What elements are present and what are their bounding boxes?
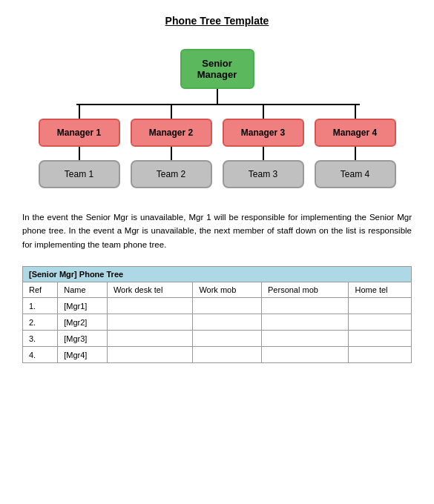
row3-work-mob [193,331,262,347]
description-text: In the event the Senior Mgr is unavailab… [22,210,412,251]
manager-4-column: Manager 4 Team 4 [315,105,396,188]
team-drop-1 [79,147,80,160]
table-title: [Senior Mgr] Phone Tree [23,267,412,282]
table-row: 4. [Mgr4] [23,347,412,363]
horizontal-connector [54,104,381,105]
row1-work-mob [193,298,262,314]
row4-name: [Mgr4] [58,347,108,363]
row1-personal-mob [262,298,349,314]
col-name: Name [58,282,108,298]
manager-2-node: Manager 2 [131,119,212,147]
row4-ref: 4. [23,347,58,363]
drop-line-4 [355,105,356,119]
row4-work-mob [193,347,262,363]
row1-name: [Mgr1] [58,298,108,314]
row3-home-tel [349,331,412,347]
row1-ref: 1. [23,298,58,314]
team-drop-2 [171,147,172,160]
row4-work-desk [107,347,192,363]
team-3-node: Team 3 [223,160,304,188]
row2-work-mob [193,314,262,331]
phone-tree-table: [Senior Mgr] Phone Tree Ref Name Work de… [22,266,412,363]
drop-line-1 [79,105,80,119]
connector-line [217,89,218,104]
table-header-row: [Senior Mgr] Phone Tree [23,267,412,282]
row2-home-tel [349,314,412,331]
col-personal-mob: Personal mob [262,282,349,298]
senior-manager-node: Senior Manager [180,49,254,89]
team-drop-4 [355,147,356,160]
manager-1-node: Manager 1 [39,119,120,147]
table-row: 2. [Mgr2] [23,314,412,331]
page-title: Phone Tree Template [22,15,412,27]
team-1-node: Team 1 [39,160,120,188]
team-drop-3 [263,147,264,160]
drop-line-2 [171,105,172,119]
manager-1-column: Manager 1 Team 1 [39,105,120,188]
manager-2-column: Manager 2 Team 2 [131,105,212,188]
manager-3-node: Manager 3 [223,119,304,147]
table-column-headers: Ref Name Work desk tel Work mob Personal… [23,282,412,298]
row2-personal-mob [262,314,349,331]
row1-work-desk [107,298,192,314]
manager-3-column: Manager 3 Team 3 [223,105,304,188]
row4-home-tel [349,347,412,363]
table-row: 3. [Mgr3] [23,331,412,347]
row4-personal-mob [262,347,349,363]
team-4-node: Team 4 [315,160,396,188]
drop-line-3 [263,105,264,119]
org-chart: Senior Manager Manager 1 Team 1 Manager … [22,49,412,188]
managers-row: Manager 1 Team 1 Manager 2 Team 2 Manage… [54,105,381,188]
row2-name: [Mgr2] [58,314,108,331]
row3-work-desk [107,331,192,347]
col-ref: Ref [23,282,58,298]
row3-name: [Mgr3] [58,331,108,347]
col-home-tel: Home tel [349,282,412,298]
row1-home-tel [349,298,412,314]
col-work-mob: Work mob [193,282,262,298]
row2-work-desk [107,314,192,331]
row2-ref: 2. [23,314,58,331]
team-2-node: Team 2 [131,160,212,188]
col-work-desk: Work desk tel [107,282,192,298]
row3-personal-mob [262,331,349,347]
manager-4-node: Manager 4 [315,119,396,147]
row3-ref: 3. [23,331,58,347]
table-row: 1. [Mgr1] [23,298,412,314]
